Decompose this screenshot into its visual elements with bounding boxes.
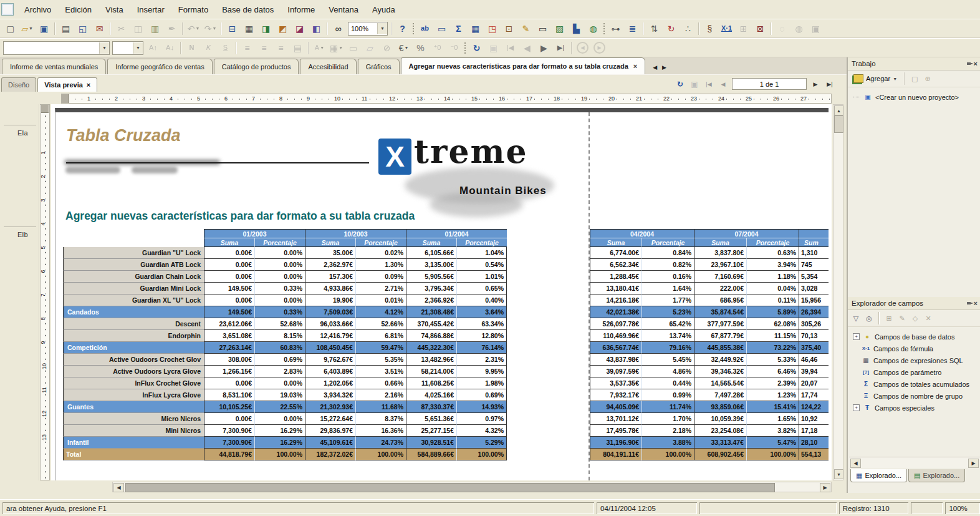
crosstab-value[interactable]: 5,651.36€	[406, 413, 456, 425]
crosstab-value[interactable]: 52.68%	[254, 318, 305, 330]
row-label-influx-lycra-glove[interactable]: InFlux Lycra Glove	[63, 389, 204, 401]
record-sort-expert-icon[interactable]: ⇅	[646, 21, 662, 36]
tab-scroll-left-icon[interactable]: ◀	[850, 459, 861, 468]
forward-icon[interactable]: ▶	[592, 40, 607, 56]
autohide-pin-icon[interactable]	[966, 300, 973, 306]
crosstab-value[interactable]: 2.71%	[355, 283, 406, 295]
help-icon[interactable]: ?	[395, 21, 410, 36]
menu-insertar[interactable]: Insertar	[130, 2, 171, 17]
insert-picture-icon[interactable]: ▨	[552, 21, 567, 36]
crosstab-value[interactable]: 7,160.69€	[694, 271, 746, 283]
last-page-icon[interactable]: ▶|	[824, 79, 835, 90]
column-group-header[interactable]: 07/2004	[694, 229, 799, 238]
crosstab-corner[interactable]	[63, 238, 204, 247]
crosstab-value[interactable]: 584,889.66€	[406, 449, 456, 460]
crosstab-value[interactable]: 0.11%	[746, 295, 799, 306]
report-tab-catalogo-de-productos[interactable]: Catálogo de productos	[214, 59, 299, 74]
crosstab-value[interactable]: 0.66%	[355, 377, 406, 389]
crosstab-value[interactable]: 13,701.12€	[590, 413, 641, 425]
column-subheader[interactable]: Porcentaje	[456, 238, 507, 247]
suppress-icon[interactable]: ▭	[345, 40, 361, 56]
column-subheader[interactable]: Suma	[694, 238, 746, 247]
crosstab-value[interactable]: 5.47%	[746, 437, 799, 449]
crosstab-value[interactable]: 554,13	[799, 449, 829, 460]
group-sort-expert-icon[interactable]: ≣	[625, 21, 640, 36]
style-expert-icon[interactable]: ◪	[292, 21, 307, 36]
crosstab-value[interactable]: 63.34%	[456, 318, 507, 330]
report-wizard-icon[interactable]: ◨	[258, 21, 274, 36]
scroll-right-icon[interactable]: ▶	[820, 483, 830, 492]
vertical-scrollbar[interactable]: ▲ ▼	[833, 104, 843, 480]
crosstab-value[interactable]: 8,531.10€	[204, 389, 254, 401]
crosstab-value[interactable]: 15.41%	[746, 401, 799, 413]
edit-field-icon[interactable]: ✎	[896, 313, 908, 324]
crosstab-value[interactable]: 0.33%	[254, 283, 305, 295]
crosstab-value[interactable]: 1.64%	[641, 283, 694, 295]
crosstab-corner[interactable]	[63, 229, 204, 238]
crosstab-value[interactable]: 9.95%	[456, 366, 507, 377]
row-label-guardian-mini-lock[interactable]: Guardian Mini Lock	[63, 283, 204, 295]
crosstab-value[interactable]: 7,932.17€	[590, 389, 641, 401]
select-expert-icon[interactable]: ∴	[680, 21, 696, 36]
crosstab-value[interactable]: 3,028	[799, 283, 829, 295]
bold-icon[interactable]: N	[184, 40, 199, 56]
field-explorer-item-campos-de-base-de-datos[interactable]: +●Campos de base de datos	[853, 331, 980, 343]
settings-icon[interactable]: ⊕	[922, 73, 933, 84]
crosstab-value[interactable]: 32,449.92€	[694, 354, 746, 366]
crosstab-value[interactable]: 11.15%	[746, 330, 799, 342]
crosstab-value[interactable]: 79.16%	[641, 342, 694, 354]
crosstab-value[interactable]: 39,097.59€	[590, 366, 641, 377]
crosstab-value[interactable]: 0.69%	[456, 389, 507, 401]
column-subheader[interactable]: Suma	[305, 238, 355, 247]
column-subheader[interactable]: Porcentaje	[254, 238, 305, 247]
autohide-pin-icon[interactable]	[966, 61, 973, 67]
crosstab-value[interactable]: 4,025.16€	[406, 389, 456, 401]
crosstab-value[interactable]: 100.00%	[456, 449, 507, 460]
save-icon[interactable]: ▣	[36, 21, 52, 36]
crosstab-value[interactable]: 110,469.96€	[590, 330, 641, 342]
new-report-icon[interactable]: ▢	[2, 21, 18, 36]
column-group-header[interactable]: 01/2004	[406, 229, 507, 238]
format-painter-icon[interactable]: ✒	[164, 21, 180, 36]
expand-icon[interactable]: +	[853, 333, 860, 340]
crosstab-value[interactable]: 45,109.61€	[305, 437, 355, 449]
highlighting-expert-icon[interactable]: ⊞	[736, 21, 751, 36]
crosstab-value[interactable]: 3,651.08€	[204, 330, 254, 342]
crosstab-value[interactable]: 24.73%	[355, 437, 406, 449]
field-explorer-item-campos-de-nombre-de-grupo[interactable]: ΞCampos de nombre de grupo	[853, 390, 980, 402]
crosstab-value[interactable]: 1.01%	[456, 271, 507, 283]
crosstab-value[interactable]: 0.84%	[641, 247, 694, 259]
row-label-micro-nicros[interactable]: Micro Nicros	[63, 413, 204, 425]
crosstab-value[interactable]: 0.00€	[204, 295, 254, 306]
crosstab-value[interactable]: 14,216.18€	[590, 295, 641, 306]
crosstab-value[interactable]: 222.00€	[694, 283, 746, 295]
crosstab-value[interactable]: 0.82%	[641, 259, 694, 271]
crosstab-value[interactable]: 2.83%	[254, 366, 305, 377]
crosstab-value[interactable]: 5.33%	[746, 354, 799, 366]
row-label-endorphin[interactable]: Endorphin	[63, 330, 204, 342]
dependency-checker-icon[interactable]: ◧	[309, 21, 324, 36]
crosstab-value[interactable]: 52.66%	[355, 318, 406, 330]
crosstab-value[interactable]: 0.00€	[204, 271, 254, 283]
crosstab-value[interactable]: 0.00€	[204, 259, 254, 271]
crosstab-value[interactable]: 0.00€	[204, 377, 254, 389]
crosstab-value[interactable]: 87,330.37€	[406, 401, 456, 413]
report-title[interactable]: Tabla Cruzada	[66, 126, 181, 145]
menu-ayuda[interactable]: Ayuda	[365, 2, 402, 17]
crosstab-value[interactable]: 21,308.48€	[406, 306, 456, 318]
row-label-infantil[interactable]: Infantil	[63, 437, 204, 449]
crosstab-value[interactable]: 0.02%	[355, 247, 406, 259]
menu-ventana[interactable]: Ventana	[322, 2, 365, 17]
panel-tab-explorado[interactable]: ▦Explorado...	[850, 469, 907, 482]
remove-decimals-icon[interactable]: ⁻0	[446, 40, 462, 56]
crosstab-value[interactable]: 1.04%	[456, 247, 507, 259]
crosstab-value[interactable]: 35.00€	[305, 247, 355, 259]
row-label-candados[interactable]: Candados	[63, 306, 204, 318]
scroll-down-icon[interactable]: ▼	[834, 469, 843, 479]
crosstab-value[interactable]: 4.32%	[456, 425, 507, 437]
font-size-combo[interactable]: ▼	[112, 41, 143, 55]
crosstab-value[interactable]: 30,928.51€	[406, 437, 456, 449]
add-decimals-icon[interactable]: ⁺0	[430, 40, 445, 56]
crosstab-value[interactable]: 0.00%	[254, 413, 305, 425]
crosstab-value[interactable]: 4.86%	[641, 366, 694, 377]
